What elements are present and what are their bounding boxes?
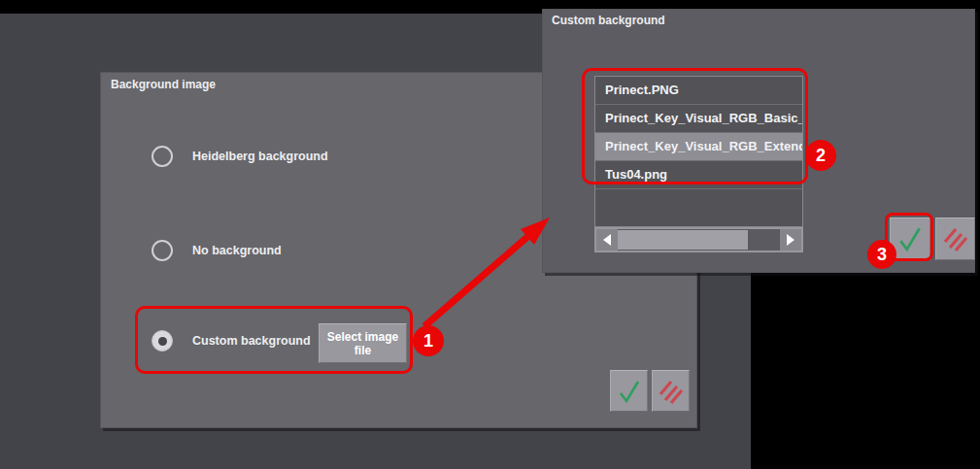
check-icon	[896, 224, 924, 253]
radio-button-icon[interactable]	[152, 146, 173, 167]
radio-row-no-background[interactable]: No background	[152, 239, 282, 262]
custom-background-dialog: Custom background Prinect.PNG Prinect_Ke…	[542, 9, 975, 273]
radio-row-custom-background[interactable]: Custom background	[152, 329, 311, 352]
radio-label[interactable]: No background	[192, 244, 282, 257]
triple-slash-icon	[658, 378, 685, 405]
arrow-right-icon	[787, 234, 794, 246]
triple-slash-icon	[942, 225, 969, 252]
cancel-button[interactable]	[935, 218, 975, 260]
horizontal-scrollbar[interactable]	[594, 227, 803, 252]
radio-label[interactable]: Custom background	[192, 334, 311, 348]
select-image-file-button[interactable]: Select image file	[319, 323, 407, 363]
file-list-item-selected[interactable]: Prinect_Key_Visual_RGB_Extended_	[595, 133, 802, 161]
radio-row-heidelberg-background[interactable]: Heidelberg background	[152, 145, 328, 168]
ok-button[interactable]	[610, 370, 648, 412]
dialog-title: Custom background	[552, 14, 665, 27]
scrollbar-track[interactable]	[748, 229, 780, 251]
check-icon	[617, 378, 642, 405]
scroll-left-button[interactable]	[596, 229, 618, 251]
file-list-item[interactable]: Tus04.png	[595, 161, 802, 189]
dialog-title: Background image	[111, 78, 216, 91]
cancel-button[interactable]	[652, 370, 690, 412]
radio-button-icon[interactable]	[152, 240, 173, 261]
file-list: Prinect.PNG Prinect_Key_Visual_RGB_Basic…	[594, 76, 803, 227]
radio-button-selected-icon[interactable]	[152, 330, 173, 352]
scroll-right-button[interactable]	[780, 229, 801, 251]
file-list-item[interactable]: Prinect_Key_Visual_RGB_Basic_RZ.p	[595, 105, 802, 133]
radio-label[interactable]: Heidelberg background	[192, 150, 328, 163]
ok-button[interactable]	[890, 218, 930, 260]
arrow-left-icon	[603, 234, 611, 246]
scrollbar-thumb[interactable]	[618, 230, 748, 250]
file-list-item[interactable]: Prinect.PNG	[595, 77, 802, 105]
